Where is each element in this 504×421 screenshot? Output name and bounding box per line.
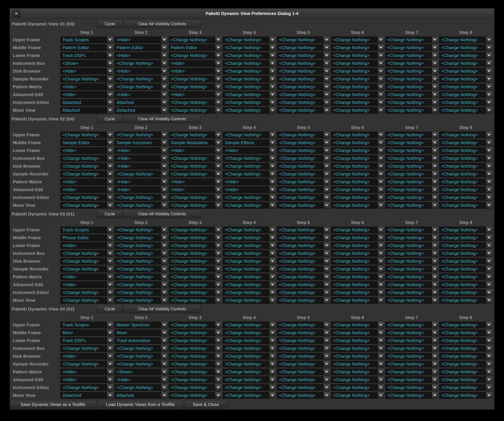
dropdown[interactable]: <Change Nothing> [439,242,492,249]
dropdown[interactable]: <Change Nothing> [114,384,168,391]
dropdown[interactable]: <Change Nothing> [169,36,222,43]
dropdown[interactable]: <Change Nothing> [60,384,113,391]
dropdown[interactable]: <Change Nothing> [60,171,113,178]
dropdown[interactable]: <Change Nothing> [439,345,492,352]
dropdown[interactable]: <Change Nothing> [277,329,330,336]
dropdown[interactable]: <Change Nothing> [331,242,384,249]
dropdown[interactable]: <Hide> [169,60,222,67]
dropdown[interactable]: <Change Nothing> [169,52,222,59]
dropdown[interactable]: <Change Nothing> [385,139,438,146]
dropdown[interactable]: <Change Nothing> [114,131,168,138]
dropdown[interactable]: <Change Nothing> [277,155,330,162]
dropdown[interactable]: <Change Nothing> [223,258,276,265]
save-textfile-button[interactable]: Save Dynamic Views as a Textfile [10,400,96,409]
dropdown[interactable]: <Change Nothing> [331,163,384,170]
dropdown[interactable]: <Change Nothing> [277,171,330,178]
dropdown[interactable]: <Change Nothing> [114,361,168,368]
dropdown[interactable]: <Change Nothing> [385,131,438,138]
dropdown[interactable]: <Change Nothing> [223,281,276,288]
dropdown[interactable]: <Hide> [169,91,222,98]
dropdown[interactable]: <Change Nothing> [439,337,492,344]
cycle-button[interactable]: Cycle [97,210,122,218]
dropdown[interactable]: <Change Nothing> [439,91,492,98]
dropdown[interactable]: <Change Nothing> [114,83,168,90]
dropdown[interactable]: <Hide> [114,155,168,162]
dropdown[interactable]: <Change Nothing> [277,369,330,375]
clear-all-visibility-button[interactable]: Clear All Visibility Controls [124,305,201,313]
dropdown[interactable]: <Change Nothing> [277,258,330,265]
dropdown[interactable]: <Change Nothing> [169,353,222,360]
dropdown[interactable]: Attached [114,392,168,399]
dropdown[interactable]: <Change Nothing> [114,281,168,288]
dropdown[interactable]: Mixer [114,329,168,336]
dropdown[interactable]: <Change Nothing> [385,202,438,209]
dropdown[interactable]: <Change Nothing> [331,99,384,106]
dropdown[interactable]: <Change Nothing> [277,289,330,296]
dropdown[interactable]: <Change Nothing> [169,322,222,328]
dropdown[interactable]: Pattern Editor [169,44,222,51]
dropdown[interactable]: <Change Nothing> [277,131,330,138]
dropdown[interactable]: <Change Nothing> [385,99,438,106]
dropdown[interactable]: <Change Nothing> [277,52,330,59]
dropdown[interactable]: <Hide> [60,91,113,98]
dropdown[interactable]: <Change Nothing> [385,194,438,201]
dropdown[interactable]: <Change Nothing> [169,227,222,233]
dropdown[interactable]: <Change Nothing> [60,131,113,138]
dropdown[interactable]: <Change Nothing> [169,83,222,90]
dropdown[interactable]: <Change Nothing> [439,329,492,336]
dropdown[interactable]: <Change Nothing> [331,139,384,146]
dropdown[interactable]: <Hide> [169,147,222,154]
dropdown[interactable]: <Change Nothing> [114,202,168,209]
dropdown[interactable]: <Change Nothing> [60,194,113,201]
dropdown[interactable]: <Change Nothing> [169,281,222,288]
dropdown[interactable]: <Change Nothing> [385,273,438,280]
dropdown[interactable]: <Hide> [60,376,113,383]
cycle-button[interactable]: Cycle [97,20,122,28]
dropdown[interactable]: <Change Nothing> [223,52,276,59]
dropdown[interactable]: <Change Nothing> [277,384,330,391]
dropdown[interactable]: <Change Nothing> [385,322,438,328]
dropdown[interactable]: <Change Nothing> [169,258,222,265]
dropdown[interactable]: <Change Nothing> [439,83,492,90]
dropdown[interactable]: <Change Nothing> [439,186,492,193]
dropdown[interactable]: <Change Nothing> [385,60,438,67]
dropdown[interactable]: <Change Nothing> [169,242,222,249]
dropdown[interactable]: <Change Nothing> [385,242,438,249]
dropdown[interactable]: <Change Nothing> [385,289,438,296]
dropdown[interactable]: <Change Nothing> [331,131,384,138]
dropdown[interactable]: <Change Nothing> [331,361,384,368]
dropdown[interactable]: <Change Nothing> [223,384,276,391]
dropdown[interactable]: <Change Nothing> [60,155,113,162]
dropdown[interactable]: <Change Nothing> [223,83,276,90]
dropdown[interactable]: <Change Nothing> [385,250,438,257]
dropdown[interactable]: <Change Nothing> [439,202,492,209]
cycle-button[interactable]: Cycle [97,115,122,123]
dropdown[interactable]: <Change Nothing> [114,258,168,265]
save-close-button[interactable]: Save & Close [185,400,227,409]
dropdown[interactable]: <Change Nothing> [439,131,492,138]
dropdown[interactable]: <Change Nothing> [277,107,330,114]
load-textfile-button[interactable]: Load Dynamic Views from a Textfile [98,400,183,409]
dropdown[interactable]: <Change Nothing> [385,36,438,43]
dropdown[interactable]: <Change Nothing> [114,266,168,273]
dropdown[interactable]: <Change Nothing> [60,250,113,257]
dropdown[interactable]: <Change Nothing> [385,68,438,75]
dropdown[interactable]: <Change Nothing> [385,361,438,368]
dropdown[interactable]: <Change Nothing> [277,273,330,280]
dropdown[interactable]: <Change Nothing> [60,258,113,265]
dropdown[interactable]: <Change Nothing> [385,376,438,383]
dropdown[interactable]: <Change Nothing> [439,163,492,170]
clear-all-visibility-button[interactable]: Clear All Visibility Controls [124,115,201,123]
dropdown[interactable]: <Hide> [169,68,222,75]
dropdown[interactable]: <Change Nothing> [277,297,330,304]
dropdown[interactable]: <Change Nothing> [331,289,384,296]
dropdown[interactable]: <Change Nothing> [385,266,438,273]
dropdown[interactable]: <Change Nothing> [223,194,276,201]
dropdown[interactable]: <Change Nothing> [331,147,384,154]
dropdown[interactable]: <Change Nothing> [169,273,222,280]
dropdown[interactable]: <Hide> [60,242,113,249]
dropdown[interactable]: <Change Nothing> [277,68,330,75]
dropdown[interactable]: <Change Nothing> [331,107,384,114]
dropdown[interactable]: <Change Nothing> [331,68,384,75]
dropdown[interactable]: <Change Nothing> [60,361,113,368]
